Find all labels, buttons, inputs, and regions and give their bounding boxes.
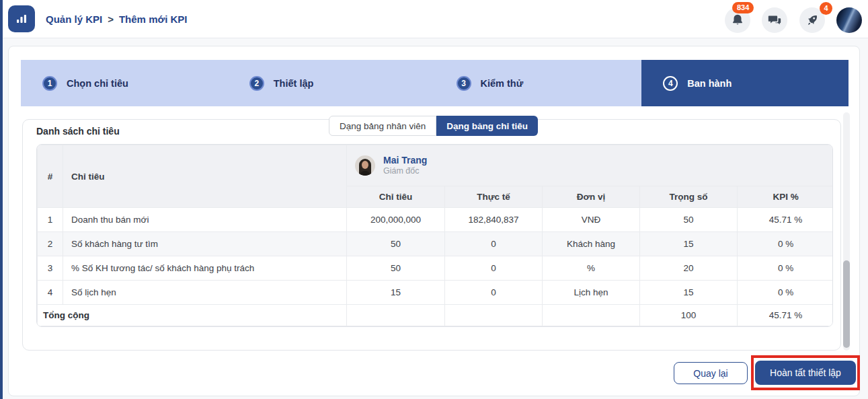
- cell-target: 50: [347, 256, 445, 281]
- barchart-icon: [15, 12, 28, 26]
- bell-icon: [730, 13, 745, 28]
- table-person-header-row: # Chỉ tiêu: [38, 145, 834, 186]
- cell-weight: 15: [640, 232, 738, 256]
- cell-name: Số khách hàng tư tìm: [63, 232, 347, 256]
- step-thiet-lap[interactable]: 2 Thiết lập: [228, 60, 435, 106]
- cell-target: 200,000,000: [347, 208, 445, 232]
- col-header-target: Chỉ tiêu: [347, 186, 445, 208]
- table-total-row: Tổng cộng 100 45.71 %: [38, 305, 834, 326]
- back-button[interactable]: Quay lại: [674, 362, 748, 384]
- total-unit-empty: [543, 305, 640, 326]
- step-chon-chi-tieu[interactable]: 1 Chọn chỉ tiêu: [21, 60, 228, 106]
- col-header-actual: Thực tế: [445, 186, 543, 208]
- step-number: 4: [663, 76, 678, 91]
- cell-actual: 0: [445, 232, 543, 256]
- cell-kpi: 0 %: [738, 281, 834, 305]
- panel-title: Danh sách chỉ tiêu: [36, 126, 120, 137]
- cell-name: Số lịch hẹn: [63, 281, 347, 305]
- cell-unit: %: [543, 256, 640, 281]
- app-logo[interactable]: [8, 5, 35, 32]
- cell-actual: 0: [445, 256, 543, 281]
- cell-name: Doanh thu bán mới: [63, 208, 347, 232]
- tab-dang-bang-chi-tieu[interactable]: Dạng bảng chỉ tiêu: [436, 116, 538, 136]
- cell-unit: Khách hàng: [543, 232, 640, 256]
- breadcrumb-section[interactable]: Quản lý KPI: [46, 13, 102, 25]
- person-photo-icon: [355, 155, 375, 176]
- main-content-card: 1 Chọn chỉ tiêu 2 Thiết lập 3 Kiểm thử 4…: [8, 46, 860, 396]
- finish-setup-button[interactable]: Hoàn tất thiết lập: [755, 361, 856, 385]
- cell-kpi: 0 %: [738, 232, 834, 256]
- step-label: Chọn chỉ tiêu: [67, 78, 128, 89]
- chat-icon: [767, 13, 782, 28]
- cell-weight: 15: [640, 281, 738, 305]
- kpi-list-panel: Danh sách chỉ tiêu Dạng bảng nhân viên D…: [22, 119, 841, 351]
- breadcrumb-page: Thêm mới KPI: [119, 13, 188, 25]
- messages-button[interactable]: [762, 7, 787, 33]
- total-kpi: 45.71 %: [738, 305, 834, 326]
- step-label: Ban hành: [687, 78, 732, 89]
- step-label: Thiết lập: [274, 78, 314, 89]
- cell-actual: 182,840,837: [445, 208, 543, 232]
- wizard-stepper: 1 Chọn chỉ tiêu 2 Thiết lập 3 Kiểm thử 4…: [21, 60, 849, 106]
- user-avatar[interactable]: [836, 7, 862, 33]
- sidebar-edge: [0, 0, 3, 399]
- step-kiem-thu[interactable]: 3 Kiểm thử: [435, 60, 642, 106]
- step-number: 2: [249, 76, 264, 91]
- breadcrumb: Quản lý KPI > Thêm mới KPI: [46, 0, 187, 38]
- col-header-weight: Trọng số: [640, 186, 738, 208]
- cell-unit: Lịch hẹn: [543, 281, 640, 305]
- table-row[interactable]: 2 Số khách hàng tư tìm 50 0 Khách hàng 1…: [38, 232, 834, 256]
- total-target-empty: [347, 305, 445, 326]
- step-number: 3: [457, 76, 471, 91]
- col-header-index: #: [38, 145, 63, 208]
- breadcrumb-separator: >: [108, 13, 114, 25]
- scrollbar-thumb[interactable]: [843, 260, 850, 348]
- person-avatar: [355, 155, 375, 176]
- col-header-name: Chỉ tiêu: [63, 145, 347, 208]
- cell-index: 4: [38, 281, 63, 305]
- view-mode-tabs: Dạng bảng nhân viên Dạng bảng chỉ tiêu: [329, 116, 538, 136]
- cell-target: 50: [347, 232, 445, 256]
- cell-kpi: 45.71 %: [738, 208, 834, 232]
- col-header-kpi: KPI %: [738, 186, 834, 208]
- step-label: Kiểm thử: [481, 78, 524, 89]
- cell-weight: 50: [640, 208, 738, 232]
- table-row[interactable]: 1 Doanh thu bán mới 200,000,000 182,840,…: [38, 208, 834, 232]
- cell-weight: 20: [640, 256, 738, 281]
- kpi-table: # Chỉ tiêu: [36, 144, 833, 327]
- person-role: Giám đốc: [383, 166, 427, 176]
- total-actual-empty: [445, 305, 543, 326]
- cell-target: 15: [347, 281, 445, 305]
- total-label: Tổng cộng: [38, 305, 347, 326]
- step-ban-hanh-active[interactable]: 4 Ban hành: [641, 60, 849, 106]
- tab-dang-bang-nhan-vien[interactable]: Dạng bảng nhân viên: [329, 116, 436, 136]
- cell-index: 1: [38, 208, 63, 232]
- cell-index: 2: [38, 232, 63, 256]
- rocket-icon: [805, 13, 820, 28]
- table-row[interactable]: 4 Số lịch hẹn 15 0 Lịch hẹn 15 0 %: [38, 281, 834, 305]
- person-header-cell: Mai Trang Giám đốc: [347, 145, 834, 186]
- notifications-badge: 834: [732, 2, 754, 13]
- col-header-unit: Đơn vị: [543, 186, 640, 208]
- total-weight: 100: [640, 305, 738, 326]
- step-number: 1: [42, 76, 57, 91]
- person-name[interactable]: Mai Trang: [383, 155, 427, 166]
- boost-badge: 4: [820, 2, 832, 15]
- cell-kpi: 0 %: [738, 256, 834, 281]
- cell-unit: VNĐ: [543, 208, 640, 232]
- cell-index: 3: [38, 256, 63, 281]
- table-row[interactable]: 3 % Số KH tương tác/ số khách hàng phụ t…: [38, 256, 834, 281]
- cell-actual: 0: [445, 281, 543, 305]
- cell-name: % Số KH tương tác/ số khách hàng phụ trá…: [63, 256, 347, 281]
- top-bar: Quản lý KPI > Thêm mới KPI 834 4: [3, 0, 868, 38]
